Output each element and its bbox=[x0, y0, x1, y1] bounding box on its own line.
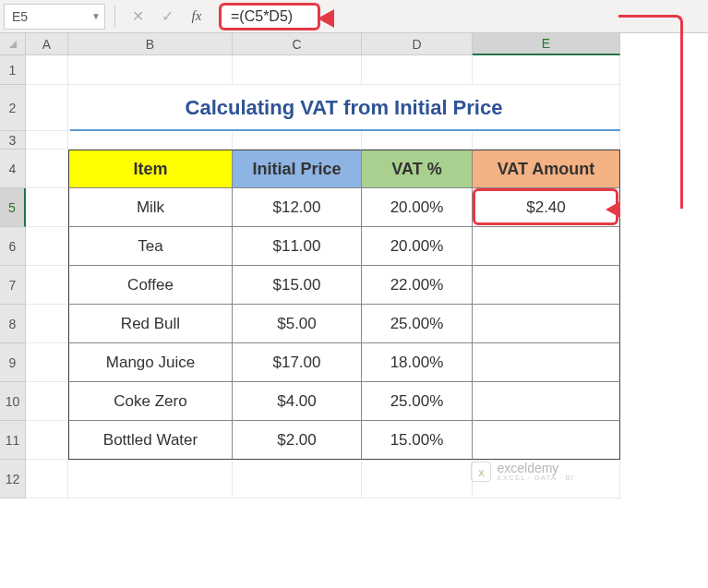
callout-connector bbox=[618, 15, 683, 209]
cell[interactable] bbox=[473, 131, 620, 150]
formula-input[interactable]: =(C5*D5) bbox=[219, 3, 320, 30]
cell[interactable] bbox=[26, 55, 68, 85]
col-header-A[interactable]: A bbox=[26, 33, 68, 55]
callout-arrow-icon bbox=[318, 9, 334, 28]
callout-arrow-icon bbox=[606, 201, 620, 218]
cell-item[interactable]: Coke Zero bbox=[68, 382, 233, 421]
cancel-formula-icon[interactable]: ✕ bbox=[125, 4, 150, 30]
row-header[interactable]: 10 bbox=[0, 382, 26, 421]
row-header[interactable]: 3 bbox=[0, 131, 26, 150]
chevron-down-icon[interactable]: ▼ bbox=[91, 11, 101, 21]
cell[interactable] bbox=[68, 460, 233, 498]
cell-price[interactable]: $15.00 bbox=[233, 266, 362, 305]
col-header-E[interactable]: E bbox=[473, 33, 620, 55]
formula-text: =(C5*D5) bbox=[231, 8, 293, 25]
cell-vat[interactable]: 18.00% bbox=[362, 343, 473, 382]
row-header[interactable]: 7 bbox=[0, 266, 26, 305]
separator bbox=[114, 6, 115, 28]
cell-amount[interactable] bbox=[473, 227, 620, 266]
table-row: Tea $11.00 20.00% bbox=[26, 227, 620, 266]
cell[interactable] bbox=[26, 266, 68, 305]
row-header[interactable]: 6 bbox=[0, 227, 26, 266]
col-header-D[interactable]: D bbox=[362, 33, 473, 55]
row-header[interactable]: 11 bbox=[0, 421, 26, 460]
cells-area: Calculating VAT from Initial Price Item … bbox=[26, 55, 620, 498]
cell[interactable] bbox=[26, 150, 68, 188]
cell[interactable] bbox=[68, 131, 233, 150]
header-vat-amount[interactable]: VAT Amount bbox=[473, 150, 620, 188]
name-box-value: E5 bbox=[12, 9, 28, 24]
cell-price[interactable]: $12.00 bbox=[233, 188, 362, 227]
cell[interactable] bbox=[26, 227, 68, 266]
row-header[interactable]: 8 bbox=[0, 305, 26, 343]
cell-vat[interactable]: 25.00% bbox=[362, 382, 473, 421]
cell-price[interactable]: $5.00 bbox=[233, 305, 362, 343]
cell[interactable] bbox=[362, 131, 473, 150]
row-headers: 1 2 3 4 5 6 7 8 9 10 11 12 bbox=[0, 55, 26, 498]
cell-vat[interactable]: 20.00% bbox=[362, 188, 473, 227]
cell-vat[interactable]: 20.00% bbox=[362, 227, 473, 266]
col-header-C[interactable]: C bbox=[233, 33, 362, 55]
row-header[interactable]: 1 bbox=[0, 55, 26, 85]
cell-item[interactable]: Milk bbox=[68, 188, 233, 227]
name-box[interactable]: E5 ▼ bbox=[4, 4, 105, 30]
cell-amount[interactable] bbox=[473, 305, 620, 343]
cell-amount[interactable] bbox=[473, 266, 620, 305]
select-all-corner[interactable] bbox=[0, 33, 26, 55]
watermark-tag: EXCEL · DATA · BI bbox=[497, 474, 574, 482]
header-initial-price[interactable]: Initial Price bbox=[233, 150, 362, 188]
cell[interactable] bbox=[362, 55, 473, 85]
cell-item[interactable]: Red Bull bbox=[68, 305, 233, 343]
cell[interactable] bbox=[233, 460, 362, 498]
cell-vat[interactable]: 25.00% bbox=[362, 305, 473, 343]
cell-amount[interactable] bbox=[473, 382, 620, 421]
cell-price[interactable]: $17.00 bbox=[233, 343, 362, 382]
row-header[interactable]: 5 bbox=[0, 188, 26, 227]
cell-item[interactable]: Mango Juice bbox=[68, 343, 233, 382]
table-row: Bottled Water $2.00 15.00% bbox=[26, 421, 620, 460]
cell[interactable] bbox=[26, 188, 68, 227]
cell[interactable] bbox=[26, 85, 68, 131]
cell-amount[interactable]: $2.40 bbox=[473, 188, 620, 227]
row-header[interactable]: 9 bbox=[0, 343, 26, 382]
cell-price[interactable]: $11.00 bbox=[233, 227, 362, 266]
watermark-brand: exceldemy bbox=[497, 462, 574, 474]
cell[interactable] bbox=[473, 55, 620, 85]
table-row: Mango Juice $17.00 18.00% bbox=[26, 343, 620, 382]
cell[interactable] bbox=[26, 460, 68, 498]
cell-price[interactable]: $2.00 bbox=[233, 421, 362, 460]
enter-formula-icon[interactable]: ✓ bbox=[154, 4, 180, 30]
watermark: x exceldemy EXCEL · DATA · BI bbox=[471, 462, 574, 482]
header-vat-pct[interactable]: VAT % bbox=[362, 150, 473, 188]
cell[interactable] bbox=[362, 460, 473, 498]
cell-price[interactable]: $4.00 bbox=[233, 382, 362, 421]
row-header[interactable]: 2 bbox=[0, 85, 26, 131]
cell[interactable] bbox=[233, 55, 362, 85]
cell[interactable] bbox=[26, 343, 68, 382]
col-header-B[interactable]: B bbox=[68, 33, 233, 55]
table-row: Red Bull $5.00 25.00% bbox=[26, 305, 620, 343]
cell[interactable] bbox=[68, 55, 233, 85]
logo-icon: x bbox=[471, 462, 491, 482]
cell-vat[interactable]: 15.00% bbox=[362, 421, 473, 460]
insert-function-button[interactable]: fx bbox=[184, 4, 210, 30]
table-row: Milk $12.00 20.00% $2.40 bbox=[26, 188, 620, 227]
formula-bar: E5 ▼ ✕ ✓ fx =(C5*D5) bbox=[0, 0, 708, 33]
cell[interactable] bbox=[26, 382, 68, 421]
cell[interactable] bbox=[233, 131, 362, 150]
cell-amount[interactable] bbox=[473, 421, 620, 460]
cell[interactable] bbox=[26, 305, 68, 343]
row-header[interactable]: 12 bbox=[0, 460, 26, 498]
cell[interactable] bbox=[26, 421, 68, 460]
header-item[interactable]: Item bbox=[68, 150, 233, 188]
grid-body: 1 2 3 4 5 6 7 8 9 10 11 12 Calculating V… bbox=[0, 55, 708, 498]
page-title[interactable]: Calculating VAT from Initial Price bbox=[68, 85, 620, 131]
table-row: Coffee $15.00 22.00% bbox=[26, 266, 620, 305]
cell-item[interactable]: Coffee bbox=[68, 266, 233, 305]
cell-item[interactable]: Bottled Water bbox=[68, 421, 233, 460]
cell-amount[interactable] bbox=[473, 343, 620, 382]
cell-item[interactable]: Tea bbox=[68, 227, 233, 266]
row-header[interactable]: 4 bbox=[0, 150, 26, 188]
cell[interactable] bbox=[26, 131, 68, 150]
cell-vat[interactable]: 22.00% bbox=[362, 266, 473, 305]
